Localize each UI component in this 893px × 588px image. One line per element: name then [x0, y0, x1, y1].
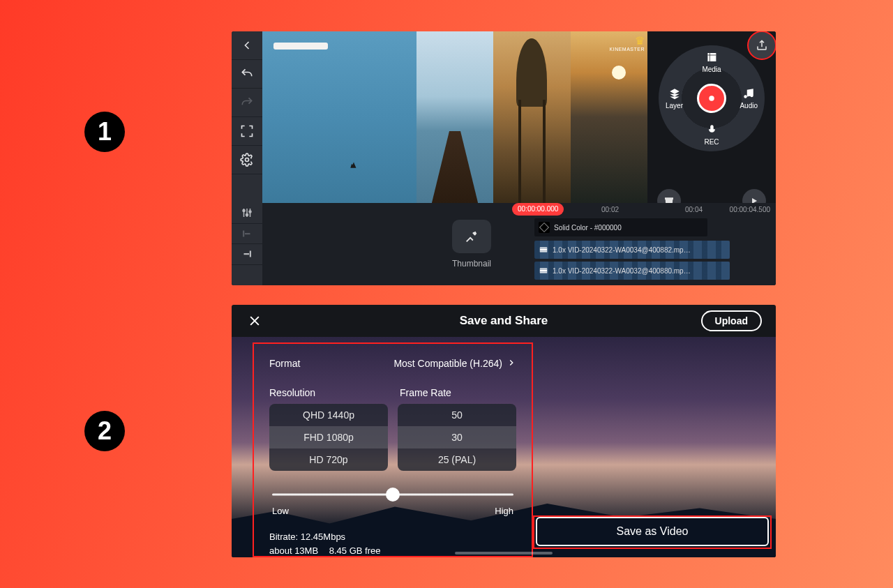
- fullscreen-button[interactable]: [232, 117, 262, 146]
- tower-legs-graphic: [518, 100, 546, 203]
- timeline-ruler[interactable]: 00:00:00.000 00:02 00:04 00:00:04.500: [512, 203, 776, 216]
- wheel-layer-label: Layer: [666, 102, 683, 110]
- ruler-end-time: 00:00:04.500: [730, 206, 770, 213]
- framerate-picker[interactable]: 50 30 25 (PAL): [398, 404, 516, 471]
- framerate-option[interactable]: 50: [398, 404, 516, 426]
- save-video-button[interactable]: Save as Video: [536, 517, 769, 546]
- boat-graphic: [273, 43, 328, 50]
- track-video-clip[interactable]: 1.0x VID-20240322-WA0032@400880.mp…: [534, 262, 730, 280]
- preview-thumb[interactable]: [417, 31, 493, 203]
- export-title: Save and Share: [232, 314, 776, 328]
- wheel-rec-label: REC: [704, 138, 719, 146]
- svg-rect-7: [250, 251, 251, 257]
- svg-point-1: [709, 96, 714, 101]
- gesture-bar: [455, 552, 553, 555]
- add-layer-button[interactable]: Layer: [666, 87, 683, 110]
- mixer-button[interactable]: [232, 203, 262, 224]
- screenshot-editor: KINEMASTER ♛ Media Layer: [232, 31, 776, 285]
- undo-button[interactable]: [232, 60, 262, 89]
- framerate-label: Frame Rate: [400, 387, 516, 398]
- record-button[interactable]: REC: [704, 123, 719, 146]
- hut-graphic: [516, 38, 547, 107]
- bitrate-slider[interactable]: [272, 486, 513, 503]
- step-badge-1: 1: [84, 112, 125, 152]
- track-label: 1.0x VID-20240322-WA0034@400882.mp…: [553, 246, 691, 254]
- back-button[interactable]: [232, 31, 262, 60]
- kinemaster-watermark: KINEMASTER: [610, 47, 645, 52]
- chevron-right-icon: [506, 358, 516, 370]
- editor-sidebar: [232, 31, 262, 203]
- timeline-tracks[interactable]: Solid Color - #000000 1.0x VID-20240322-…: [512, 217, 776, 285]
- ruler-tick: 00:02: [601, 206, 619, 213]
- media-wheel: Media Layer Audio REC: [659, 45, 765, 151]
- jump-end-button[interactable]: [232, 244, 262, 265]
- svg-point-4: [246, 214, 248, 216]
- slider-low-label: Low: [272, 506, 289, 516]
- track-solid-color[interactable]: Solid Color - #000000: [534, 218, 707, 236]
- sun-graphic: [612, 66, 626, 80]
- video-icon: [539, 266, 548, 276]
- bitrate-value: Bitrate: 12.45Mbps: [269, 530, 516, 544]
- resolution-option[interactable]: FHD 1080p: [269, 426, 388, 448]
- resolution-picker[interactable]: QHD 1440p FHD 1080p HD 720p: [269, 404, 388, 471]
- preview-thumb[interactable]: [493, 31, 570, 203]
- settings-button[interactable]: [232, 146, 262, 174]
- thumbnail-tool-label: Thumbnail: [452, 259, 491, 269]
- preview-thumb[interactable]: [262, 31, 339, 203]
- export-header: Save and Share Upload: [232, 305, 776, 337]
- resolution-option[interactable]: HD 720p: [269, 448, 388, 471]
- track-label: 1.0x VID-20240322-WA0032@400880.mp…: [553, 267, 691, 275]
- step-badge-2: 2: [84, 411, 125, 451]
- upload-button[interactable]: Upload: [701, 310, 762, 331]
- format-row[interactable]: Format Most Compatible (H.264): [269, 352, 516, 375]
- svg-point-3: [243, 210, 245, 212]
- screenshot-export: Save and Share Upload Format Most Compat…: [232, 305, 776, 557]
- format-label: Format: [269, 358, 300, 369]
- add-media-button[interactable]: Media: [702, 51, 721, 73]
- svg-rect-8: [540, 248, 548, 252]
- slider-high-label: High: [495, 506, 513, 516]
- resolution-label: Resolution: [269, 387, 386, 398]
- format-value: Most Compatible (H.264): [393, 358, 502, 369]
- capture-button[interactable]: [697, 84, 726, 113]
- jump-start-button[interactable]: [232, 224, 262, 245]
- framerate-option[interactable]: 30: [398, 426, 516, 448]
- preview-strip: KINEMASTER ♛: [262, 31, 647, 203]
- solid-color-icon: [539, 222, 550, 233]
- timeline-sidebar: [232, 203, 262, 285]
- export-button[interactable]: [747, 31, 776, 60]
- export-body: Format Most Compatible (H.264) Resolutio…: [232, 337, 776, 557]
- slider-knob[interactable]: [386, 488, 400, 502]
- free-space: 8.45 GB free: [329, 545, 381, 556]
- wheel-audio-label: Audio: [740, 102, 758, 110]
- playhead-time: 00:00:00.000: [512, 203, 564, 216]
- crown-icon: ♛: [635, 34, 645, 47]
- add-audio-button[interactable]: Audio: [740, 87, 758, 110]
- size-estimate: about 13MB: [269, 545, 318, 556]
- svg-rect-9: [540, 269, 548, 273]
- redo-button[interactable]: [232, 89, 262, 117]
- close-button[interactable]: [246, 312, 264, 330]
- timeline-area: Thumbnail 00:00:00.000 00:02 00:04 00:00…: [232, 203, 776, 285]
- thumbnail-tool[interactable]: Thumbnail: [452, 220, 491, 269]
- svg-rect-6: [243, 230, 244, 236]
- preview-thumb[interactable]: KINEMASTER ♛: [571, 31, 647, 203]
- preview-thumb[interactable]: [339, 31, 416, 203]
- framerate-option[interactable]: 25 (PAL): [398, 448, 516, 471]
- ruler-tick: 00:04: [685, 206, 703, 213]
- bird-graphic: [349, 160, 359, 169]
- track-label: Solid Color - #000000: [554, 224, 622, 232]
- svg-point-0: [246, 158, 249, 162]
- video-icon: [539, 245, 548, 255]
- editor-right-panel: Media Layer Audio REC: [647, 31, 776, 203]
- track-video-clip[interactable]: 1.0x VID-20240322-WA0034@400882.mp…: [534, 241, 730, 259]
- pier-graphic: [432, 131, 478, 203]
- resolution-option[interactable]: QHD 1440p: [269, 404, 388, 426]
- wheel-media-label: Media: [702, 66, 721, 73]
- svg-point-5: [249, 211, 251, 213]
